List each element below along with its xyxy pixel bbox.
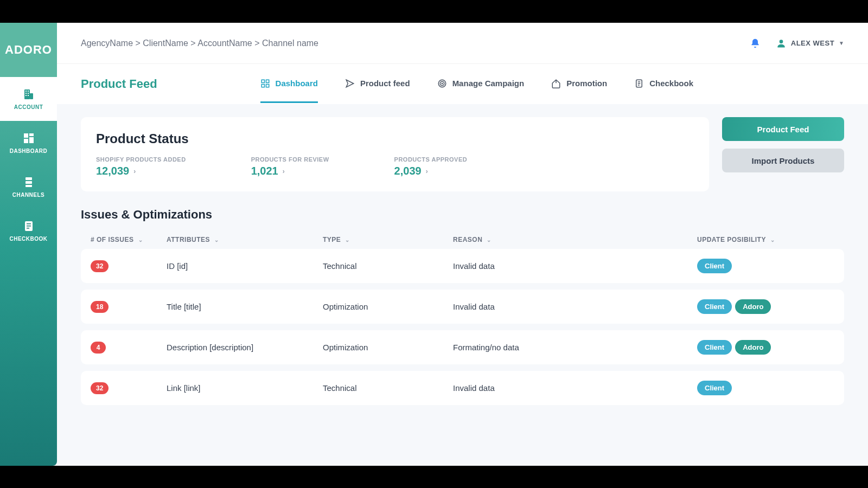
chevron-right-icon: › xyxy=(133,168,136,175)
pill-adoro: Adoro xyxy=(735,299,771,314)
svg-point-26 xyxy=(442,83,443,84)
svg-rect-3 xyxy=(25,93,27,94)
svg-rect-23 xyxy=(266,84,269,87)
stat-for-review[interactable]: PRODUCTS FOR REVIEW 1,021› xyxy=(251,156,329,177)
pill-client: Client xyxy=(697,381,732,395)
table-row[interactable]: 18 Title [title] Optimization Invalid da… xyxy=(81,290,844,324)
svg-rect-18 xyxy=(27,228,29,229)
svg-rect-4 xyxy=(28,93,29,94)
user-name: ALEX WEST xyxy=(791,39,834,47)
product-feed-button[interactable]: Product Feed xyxy=(722,117,844,141)
stat-label: PRODUCTS FOR REVIEW xyxy=(251,156,329,163)
status-title: Product Status xyxy=(96,131,694,146)
stat-value: 1,021 xyxy=(251,165,278,177)
target-icon xyxy=(437,79,447,88)
cell-reason: Invalid data xyxy=(453,302,697,311)
table-row[interactable]: 32 ID [id] Technical Invalid data Client xyxy=(81,249,844,283)
sidebar-item-checkbook[interactable]: CHECKBOOK xyxy=(0,209,57,253)
sidebar-item-dashboard[interactable]: DASHBOARD xyxy=(0,121,57,165)
svg-rect-6 xyxy=(28,95,29,96)
sidebar-item-account[interactable]: ACCOUNT xyxy=(0,77,57,121)
stat-value: 12,039 xyxy=(96,165,129,177)
th-update[interactable]: UPDATE POSIBILITY⌄ xyxy=(697,236,834,243)
breadcrumb[interactable]: AgencyName > ClientName > AccountName > … xyxy=(81,38,318,48)
tab-promotion[interactable]: Promotion xyxy=(551,66,607,103)
brand-name: ADORO xyxy=(5,43,52,57)
sidebar-item-label: DASHBOARD xyxy=(10,148,48,154)
th-type[interactable]: TYPE⌄ xyxy=(323,236,453,243)
tab-label: Promotion xyxy=(566,79,607,88)
channels-icon xyxy=(22,176,35,189)
tab-label: Manage Campaign xyxy=(452,79,525,88)
table-row[interactable]: 32 Link [link] Technical Invalid data Cl… xyxy=(81,371,844,405)
dashboard-icon xyxy=(260,79,270,88)
svg-rect-13 xyxy=(25,181,32,184)
chevron-right-icon: › xyxy=(283,168,285,175)
svg-rect-14 xyxy=(25,185,32,187)
content: Product Status SHOPIFY PRODUCTS ADDED 12… xyxy=(57,104,868,466)
issues-table: # OF ISSUES⌄ ATTRIBUTES⌄ TYPE⌄ REASON⌄ U… xyxy=(81,230,844,405)
tab-label: Product feed xyxy=(360,79,410,88)
sidebar-item-label: ACCOUNT xyxy=(14,104,43,110)
chevron-down-icon: ▼ xyxy=(839,40,844,46)
feed-icon xyxy=(345,79,355,88)
stat-approved[interactable]: PRODUCTS APPROVED 2,039› xyxy=(394,156,468,177)
tab-label: Dashboard xyxy=(276,79,318,88)
cell-reason: Formating/no data xyxy=(453,343,697,352)
tab-dashboard[interactable]: Dashboard xyxy=(260,66,318,103)
svg-rect-10 xyxy=(29,137,34,143)
th-attributes[interactable]: ATTRIBUTES⌄ xyxy=(167,236,323,243)
cell-type: Optimization xyxy=(323,302,453,311)
cell-attribute: ID [id] xyxy=(167,261,323,271)
import-products-button[interactable]: Import Products xyxy=(722,149,844,172)
issue-count-badge: 4 xyxy=(91,342,106,354)
svg-rect-22 xyxy=(261,84,264,87)
issue-count-badge: 32 xyxy=(91,260,108,272)
svg-rect-1 xyxy=(25,91,27,92)
topbar: AgencyName > ClientName > AccountName > … xyxy=(57,23,868,63)
svg-rect-0 xyxy=(24,89,30,99)
chevron-down-icon: ⌄ xyxy=(345,237,350,243)
pill-client: Client xyxy=(697,299,732,314)
tab-manage-campaign[interactable]: Manage Campaign xyxy=(437,66,525,103)
th-reason[interactable]: REASON⌄ xyxy=(453,236,697,243)
pill-adoro: Adoro xyxy=(735,340,771,355)
sidebar-item-label: CHECKBOOK xyxy=(9,236,47,242)
logo: ADORO xyxy=(0,23,57,77)
svg-rect-2 xyxy=(28,91,29,92)
table-header: # OF ISSUES⌄ ATTRIBUTES⌄ TYPE⌄ REASON⌄ U… xyxy=(81,230,844,249)
pill-client: Client xyxy=(697,259,732,273)
cell-attribute: Title [title] xyxy=(167,302,323,311)
cell-reason: Invalid data xyxy=(453,383,697,393)
product-status-card: Product Status SHOPIFY PRODUCTS ADDED 12… xyxy=(81,117,709,191)
cell-type: Optimization xyxy=(323,343,453,352)
svg-rect-11 xyxy=(24,139,28,143)
chevron-down-icon: ⌄ xyxy=(487,237,492,243)
chevron-down-icon: ⌄ xyxy=(138,237,143,243)
cell-attribute: Description [description] xyxy=(167,343,323,352)
dashboard-icon xyxy=(22,132,35,145)
page-title: Product Feed xyxy=(81,77,157,91)
tab-label: Checkbook xyxy=(649,79,693,88)
chevron-down-icon: ⌄ xyxy=(770,237,775,243)
cell-attribute: Link [link] xyxy=(167,383,323,393)
tab-product-feed[interactable]: Product feed xyxy=(345,66,410,103)
pill-client: Client xyxy=(697,340,732,355)
th-issues[interactable]: # OF ISSUES⌄ xyxy=(91,236,167,243)
table-row[interactable]: 4 Description [description] Optimization… xyxy=(81,330,844,364)
building-icon xyxy=(22,88,35,101)
tab-checkbook[interactable]: Checkbook xyxy=(634,66,693,103)
chevron-down-icon: ⌄ xyxy=(214,237,219,243)
tabs-bar: Product Feed Dashboard Product feed Mana… xyxy=(57,63,868,104)
checkbook-icon xyxy=(634,79,644,88)
svg-rect-7 xyxy=(30,93,33,99)
cell-type: Technical xyxy=(323,383,453,393)
svg-rect-16 xyxy=(27,223,31,224)
bell-icon[interactable] xyxy=(750,38,761,49)
user-menu[interactable]: ALEX WEST ▼ xyxy=(776,38,844,49)
stat-shopify-added[interactable]: SHOPIFY PRODUCTS ADDED 12,039› xyxy=(96,156,186,177)
svg-rect-5 xyxy=(25,95,27,96)
svg-rect-12 xyxy=(25,177,32,180)
sidebar-item-channels[interactable]: CHANNELS xyxy=(0,165,57,209)
stat-value: 2,039 xyxy=(394,165,422,177)
